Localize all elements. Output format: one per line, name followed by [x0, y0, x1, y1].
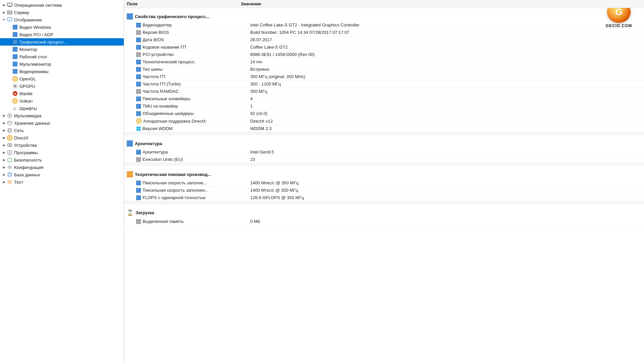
field-value: 4 [250, 96, 641, 101]
sidebar-item-server[interactable]: ▶Сервер [0, 9, 124, 16]
chevron-icon: ▶ [1, 166, 7, 169]
sidebar-item-directx[interactable]: ▶DirectX [0, 134, 124, 141]
content-header: Поле Значение [124, 0, 644, 8]
table-row: АрхитектураIntel Gen9.5 [124, 148, 644, 156]
field-name: Аппаратная поддержка DirectX [136, 118, 250, 124]
section-divider [124, 163, 644, 166]
sidebar-item-config[interactable]: ▶Конфигурация [0, 164, 124, 171]
sidebar-item-gpgpu[interactable]: GPGPU [0, 82, 124, 90]
sq-blue-icon [12, 24, 18, 30]
field-label: Видеоадаптер [143, 22, 172, 27]
sidebar-item-videomodes[interactable]: Видеорежимы [0, 68, 124, 75]
sidebar-item-video-pci[interactable]: Видео PCI / AGP [0, 31, 124, 38]
field-value: Intel Gen9.5 [250, 149, 641, 155]
field-label: Дата BIOS [143, 37, 164, 42]
sidebar-item-vulkan[interactable]: Vulkan [0, 97, 124, 105]
field-label: Аппаратная поддержка DirectX [143, 119, 206, 124]
sidebar-item-os[interactable]: ▶Операционная система [0, 1, 124, 9]
disk-icon [12, 83, 18, 89]
section-header-load: ⌛Загрузка [124, 206, 644, 218]
svg-point-31 [9, 167, 11, 168]
field-label: Пиксельные конвейеры [143, 96, 191, 101]
sidebar-item-label: Сеть [14, 128, 122, 133]
field-value: 1400 Мпкс/с @ 350 МГц [250, 180, 641, 185]
sidebar-item-gpu[interactable]: Графический процесс... [0, 38, 124, 46]
sidebar-item-devices[interactable]: ▶Устройства [0, 141, 124, 149]
sidebar: ▶Операционная система▶Сервер▼Отображение… [0, 0, 124, 362]
field-name: Тип шины [136, 67, 250, 72]
field-name: Архитектура [136, 149, 250, 155]
sidebar-item-storage[interactable]: ▶Хранение данных [0, 119, 124, 127]
svg-rect-4 [7, 12, 12, 13]
chevron-icon: ▶ [1, 121, 7, 125]
sidebar-item-label: Устройства [14, 143, 122, 148]
field-name: Пиксельная скорость заполне... [136, 180, 250, 185]
section-title: Теоретическая пиковая производ... [135, 172, 211, 177]
field-name: Версия WDDM [136, 126, 250, 131]
test-icon: T [7, 179, 13, 185]
sidebar-item-security[interactable]: ▶Безопасность [0, 156, 124, 164]
field-name: Частота ГП (Turbo) [136, 81, 250, 86]
sidebar-item-label: Конфигурация [14, 165, 122, 170]
chevron-icon: ▼ [1, 18, 7, 21]
sidebar-item-programs[interactable]: ▶Программы [0, 149, 124, 156]
svg-point-26 [9, 144, 10, 146]
sidebar-item-database[interactable]: ▶База данных [0, 171, 124, 178]
table-row: ВидеоадаптерIntel Coffee Lake-S GT2 - In… [124, 21, 644, 29]
field-label: Объединённые шейдеры [143, 111, 194, 116]
table-row: Частота ГП (Turbo)350 - 1100 МГц [124, 80, 644, 88]
field-value: 1400 Мткс/с @ 350 МГц [250, 188, 641, 193]
sidebar-item-fonts[interactable]: AШрифты [0, 105, 124, 112]
section-title: Загрузка [136, 210, 154, 215]
sq-blue-icon [12, 39, 18, 45]
storage-icon [7, 120, 13, 126]
sidebar-item-opengl[interactable]: OpenGL [0, 75, 124, 82]
svg-point-14 [13, 99, 17, 103]
field-column-header: Поле [127, 1, 241, 6]
sidebar-item-multimedia[interactable]: ▶Мультимедиа [0, 112, 124, 119]
sq-blue-icon [12, 54, 18, 59]
sidebar-item-mantle[interactable]: MMantle [0, 90, 124, 97]
field-name: Частота RAMDAC [136, 89, 250, 94]
field-name: Кодовое название ГП [136, 45, 250, 50]
svg-rect-7 [9, 21, 11, 21]
field-name: Видеоадаптер [136, 22, 250, 27]
sidebar-item-monitor[interactable]: Монитор [0, 46, 124, 53]
field-label: TMU на конвейер [143, 104, 178, 109]
field-name: Технологический процесс [136, 59, 250, 64]
sidebar-item-network[interactable]: ▶Сеть [0, 127, 124, 134]
section-header-perf: Теоретическая пиковая производ... [124, 168, 644, 179]
table-row: Версия BIOSBuild Number: 1054 PC 14.34 0… [124, 29, 644, 36]
table-row: Тип шиныВстроено [124, 66, 644, 73]
field-name: Частота ГП [136, 74, 250, 79]
sidebar-item-label: Хранение данных [14, 121, 122, 126]
sidebar-item-desktop[interactable]: Рабочий стол [0, 53, 124, 60]
svg-point-19 [8, 121, 12, 123]
sidebar-item-label: Видео PCI / AGP [19, 32, 122, 37]
sq-blue-icon [12, 69, 18, 74]
section-header-gpu-props: Свойства графического процесс... [124, 10, 644, 21]
section-title: Свойства графического процесс... [135, 14, 209, 19]
field-label: Технологический процесс [143, 59, 195, 64]
xbox-icon [12, 98, 18, 104]
sidebar-item-test[interactable]: ▶TТест [0, 178, 124, 186]
sidebar-item-multimonitor[interactable]: Мультимонитор [0, 60, 124, 68]
xbox-icon [7, 135, 13, 140]
chevron-icon: ▶ [1, 151, 7, 154]
table-row: Версия WDDMWDDM 2.3 [124, 125, 644, 132]
field-value: Intel Coffee Lake-S GT2 - Integrated Gra… [250, 22, 641, 27]
sq-blue-icon [12, 47, 18, 52]
field-value: 350 - 1100 МГц [250, 81, 641, 86]
field-value: 350 МГц [250, 89, 641, 94]
sidebar-item-display[interactable]: ▼Отображение [0, 16, 124, 23]
svg-rect-39 [137, 129, 139, 131]
field-label: Кодовое название ГП [143, 45, 186, 50]
sidebar-item-label: Графический процесс... [19, 40, 122, 45]
sidebar-item-label: Vulkan [19, 99, 122, 104]
table-row: Пиксельная скорость заполне...1400 Мпкс/… [124, 179, 644, 187]
section-divider [124, 132, 644, 135]
sidebar-item-video-windows[interactable]: Видео Windows [0, 23, 124, 31]
field-name: Execution Units (EU) [136, 157, 250, 162]
network-icon [7, 128, 13, 133]
chevron-icon: ▶ [1, 143, 7, 147]
